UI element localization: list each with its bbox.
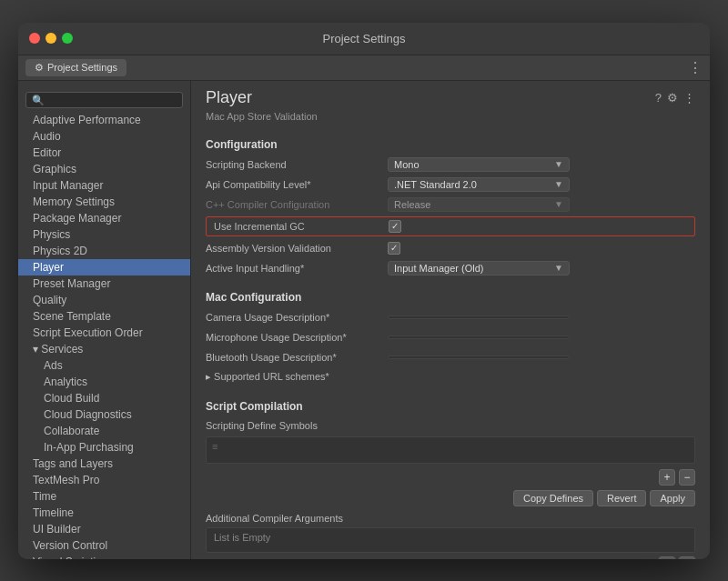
microphone-input[interactable] <box>388 336 570 339</box>
sidebar-item-preset-manager[interactable]: Preset Manager <box>18 275 190 292</box>
list-empty-label: List is Empty <box>214 532 270 543</box>
content-area: Adaptive Performance Audio Editor Graphi… <box>18 81 710 559</box>
remove-define-button[interactable]: − <box>679 469 695 486</box>
sidebar-item-in-app-purchasing[interactable]: In-App Purchasing <box>18 439 190 456</box>
cpp-compiler-label: C++ Compiler Configuration <box>206 199 388 210</box>
scripting-backend-label: Scripting Backend <box>206 159 388 170</box>
chevron-down-icon: ▼ <box>554 199 563 209</box>
additional-compiler-label: Additional Compiler Arguments <box>191 509 710 526</box>
maximize-button[interactable] <box>62 33 73 44</box>
help-icon[interactable]: ? <box>655 91 662 105</box>
revert-defines-button[interactable]: Revert <box>597 490 646 506</box>
active-input-dropdown[interactable]: Input Manager (Old) ▼ <box>388 261 570 275</box>
sidebar-item-input-manager[interactable]: Input Manager <box>18 177 190 194</box>
api-compat-label: Api Compatibility Level* <box>206 179 388 190</box>
add-define-button[interactable]: + <box>659 469 675 486</box>
bluetooth-input[interactable] <box>388 356 570 359</box>
apply-defines-button[interactable]: Apply <box>650 490 695 506</box>
main-window: Project Settings ⚙ Project Settings ⋮ Ad… <box>18 23 710 559</box>
minimize-button[interactable] <box>46 33 56 44</box>
scripting-define-area[interactable]: ≡ <box>206 436 695 464</box>
sidebar-item-cloud-build[interactable]: Cloud Build <box>18 390 190 406</box>
list-empty-box: List is Empty <box>206 527 695 553</box>
microphone-label: Microphone Usage Description* <box>206 332 388 343</box>
sidebar-item-editor[interactable]: Editor <box>18 145 190 161</box>
api-compat-dropdown[interactable]: .NET Standard 2.0 ▼ <box>388 177 570 192</box>
camera-label: Camera Usage Description* <box>206 312 388 323</box>
chevron-down-icon: ▼ <box>554 263 563 273</box>
copy-defines-button[interactable]: Copy Defines <box>513 490 593 506</box>
chevron-down-icon: ▼ <box>554 159 563 169</box>
url-schemes-row: ▸ Supported URL schemes* <box>191 367 710 387</box>
assembly-checkbox[interactable]: ✓ <box>388 242 400 255</box>
sidebar-item-audio[interactable]: Audio <box>18 128 190 145</box>
search-container <box>18 88 190 112</box>
scrolled-label: Mac App Store Validation <box>191 111 710 125</box>
sidebar-item-script-execution[interactable]: Script Execution Order <box>18 325 190 341</box>
sidebar-item-tags-layers[interactable]: Tags and Layers <box>18 456 190 472</box>
use-gc-row: Use Incremental GC ✓ <box>206 216 695 236</box>
chevron-down-icon: ▼ <box>554 179 563 189</box>
defines-button-row: Copy Defines Revert Apply <box>191 487 710 509</box>
scripting-backend-row: Scripting Backend Mono ▼ <box>191 155 710 175</box>
sidebar-item-package-manager[interactable]: Package Manager <box>18 210 190 226</box>
sidebar-item-memory-settings[interactable]: Memory Settings <box>18 194 190 210</box>
sidebar-item-timeline[interactable]: Timeline <box>18 505 190 521</box>
more-options-icon[interactable]: ⋮ <box>688 59 703 76</box>
window-title: Project Settings <box>322 32 405 45</box>
sidebar-item-player[interactable]: Player <box>18 259 190 275</box>
sidebar: Adaptive Performance Audio Editor Graphi… <box>18 81 191 559</box>
panel-header: Player ? ⚙ ⋮ <box>191 81 710 111</box>
title-bar: Project Settings <box>18 23 710 55</box>
sidebar-item-physics[interactable]: Physics <box>18 226 190 243</box>
panel-actions: ? ⚙ ⋮ <box>655 91 695 105</box>
camera-input[interactable] <box>388 316 570 319</box>
define-symbol-line: ≡ <box>212 441 689 452</box>
panel-title: Player <box>206 88 252 107</box>
camera-row: Camera Usage Description* <box>191 307 710 327</box>
close-button[interactable] <box>29 33 40 44</box>
sidebar-item-visual-scripting[interactable]: Visual Scripting <box>18 554 190 559</box>
scripting-backend-dropdown[interactable]: Mono ▼ <box>388 157 570 172</box>
add-compiler-arg-button[interactable]: + <box>659 556 675 559</box>
toolbar: ⚙ Project Settings ⋮ <box>18 55 710 81</box>
sidebar-item-textmesh-pro[interactable]: TextMesh Pro <box>18 472 190 488</box>
sidebar-item-analytics[interactable]: Analytics <box>18 374 190 390</box>
assembly-row: Assembly Version Validation ✓ <box>191 238 710 258</box>
remove-compiler-arg-button[interactable]: − <box>679 556 695 559</box>
api-compat-row: Api Compatibility Level* .NET Standard 2… <box>191 175 710 195</box>
scripting-define-label: Scripting Define Symbols <box>191 416 710 433</box>
url-schemes-label: ▸ Supported URL schemes* <box>206 371 388 383</box>
project-settings-tab[interactable]: ⚙ Project Settings <box>25 59 126 76</box>
sidebar-item-cloud-diagnostics[interactable]: Cloud Diagnostics <box>18 406 190 423</box>
settings-icon[interactable]: ⚙ <box>667 91 678 105</box>
script-compilation-label: Script Compilation <box>191 395 710 416</box>
mac-config-section-label: Mac Configuration <box>191 285 710 307</box>
sidebar-item-adaptive-performance[interactable]: Adaptive Performance <box>18 112 190 128</box>
assembly-label: Assembly Version Validation <box>206 243 388 254</box>
active-input-label: Active Input Handling* <box>206 263 388 274</box>
sidebar-item-services[interactable]: ▾ Services <box>18 341 190 357</box>
use-gc-checkbox[interactable]: ✓ <box>389 220 401 233</box>
cpp-compiler-row: C++ Compiler Configuration Release ▼ <box>191 195 710 215</box>
define-plus-minus-row: + − <box>191 467 710 487</box>
search-input[interactable] <box>25 92 183 108</box>
cpp-compiler-dropdown[interactable]: Release ▼ <box>388 197 570 212</box>
sidebar-item-time[interactable]: Time <box>18 488 190 505</box>
sidebar-item-physics-2d[interactable]: Physics 2D <box>18 243 190 259</box>
sidebar-item-graphics[interactable]: Graphics <box>18 161 190 177</box>
sidebar-item-scene-template[interactable]: Scene Template <box>18 308 190 325</box>
active-input-row: Active Input Handling* Input Manager (Ol… <box>191 258 710 278</box>
main-panel: Player ? ⚙ ⋮ Mac App Store Validation Co… <box>191 81 710 559</box>
bluetooth-row: Bluetooth Usage Description* <box>191 347 710 367</box>
sidebar-item-collaborate[interactable]: Collaborate <box>18 423 190 439</box>
more-icon[interactable]: ⋮ <box>683 91 695 105</box>
sidebar-item-quality[interactable]: Quality <box>18 292 190 308</box>
microphone-row: Microphone Usage Description* <box>191 327 710 347</box>
compiler-plus-minus-row: + − <box>191 555 710 559</box>
config-section-label: Configuration <box>191 133 710 155</box>
bluetooth-label: Bluetooth Usage Description* <box>206 352 388 363</box>
sidebar-item-ads[interactable]: Ads <box>18 357 190 374</box>
sidebar-item-version-control[interactable]: Version Control <box>18 537 190 554</box>
sidebar-item-ui-builder[interactable]: UI Builder <box>18 521 190 537</box>
